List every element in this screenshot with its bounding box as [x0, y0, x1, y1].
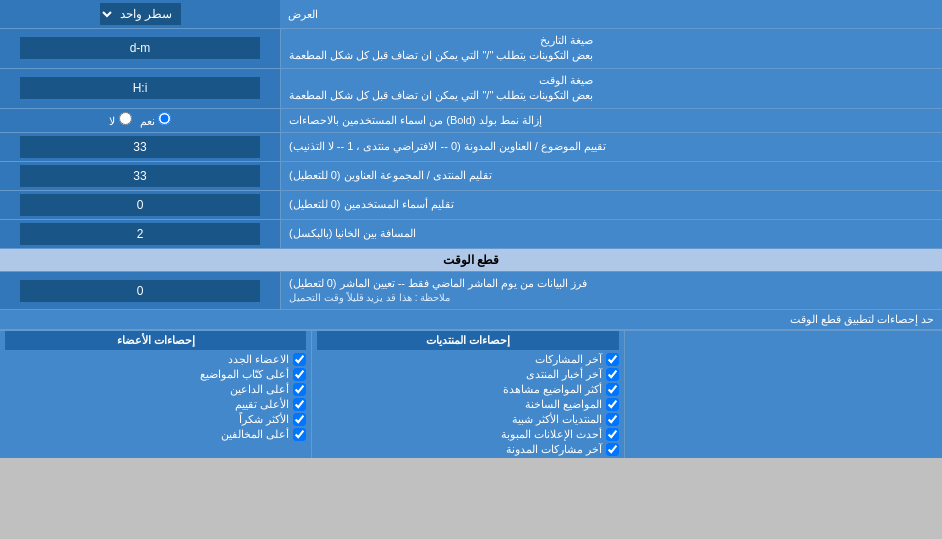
date-format-input[interactable]: [20, 37, 260, 59]
radio-yes-label: نعم: [140, 112, 171, 128]
cutoff-input[interactable]: [20, 280, 260, 302]
spacing-label: المسافة بين الخانيا (بالبكسل): [280, 220, 942, 248]
col1-check-0[interactable]: [293, 353, 306, 366]
user-order-input-cell: [0, 191, 280, 219]
col1-checkbox-item-0: الاعضاء الجدد: [5, 353, 306, 366]
col2-checkbox-item-4: المنتديات الأكثر شبية: [317, 413, 618, 426]
time-format-input[interactable]: [20, 77, 260, 99]
col1-checkbox-item-4: الأكثر شكراً: [5, 413, 306, 426]
limit-label: حد إحصاءات لتطبيق قطع الوقت: [0, 310, 942, 330]
radio-no[interactable]: [119, 112, 132, 125]
date-format-input-cell: [0, 29, 280, 68]
col1-check-2[interactable]: [293, 383, 306, 396]
col1-check-1[interactable]: [293, 368, 306, 381]
time-format-input-cell: [0, 69, 280, 108]
col1-check-3[interactable]: [293, 398, 306, 411]
topic-order-input[interactable]: [20, 136, 260, 158]
col1-checkbox-item-5: أعلى المخالفين: [5, 428, 306, 441]
col1-check-5[interactable]: [293, 428, 306, 441]
col2-checkbox-item-3: المواضيع الساخنة: [317, 398, 618, 411]
col2-checkbox-item-6: آخر مشاركات المدونة: [317, 443, 618, 456]
col1-header: إحصاءات الأعضاء: [5, 331, 306, 350]
col2-check-0[interactable]: [606, 353, 619, 366]
col2-check-6[interactable]: [606, 443, 619, 456]
cutoff-section-header: قطع الوقت: [0, 249, 942, 272]
bold-remove-label: إزالة نمط بولد (Bold) من اسماء المستخدمي…: [280, 109, 942, 132]
forum-order-input[interactable]: [20, 165, 260, 187]
col1-checkbox-item-1: أعلى كتّاب المواضيع: [5, 368, 306, 381]
topic-order-input-cell: [0, 133, 280, 161]
col1-checkbox-item-3: الأعلى تقييم: [5, 398, 306, 411]
col2-checkbox-item-2: أكثر المواضيع مشاهدة: [317, 383, 618, 396]
display-select[interactable]: سطر واحد سطران ثلاثة أسطر: [100, 3, 181, 25]
user-order-label: تقليم أسماء المستخدمين (0 للتعطيل): [280, 191, 942, 219]
time-format-label: صيغة الوقت بعض التكوينات يتطلب "/" التي …: [280, 69, 942, 108]
topic-order-label: تقييم الموضوع / العناوين المدونة (0 -- ا…: [280, 133, 942, 161]
col1-checkbox-item-2: أعلى الداعين: [5, 383, 306, 396]
col2-header: إحصاءات المنتديات: [317, 331, 618, 350]
col2-check-1[interactable]: [606, 368, 619, 381]
cutoff-row-label: فرز البيانات من يوم الماشر الماضي فقط --…: [280, 272, 942, 309]
radio-yes[interactable]: [158, 112, 171, 125]
col2-check-4[interactable]: [606, 413, 619, 426]
col2-check-3[interactable]: [606, 398, 619, 411]
col2-check-5[interactable]: [606, 428, 619, 441]
display-select-cell: سطر واحد سطران ثلاثة أسطر: [0, 0, 280, 28]
user-order-input[interactable]: [20, 194, 260, 216]
bold-remove-radio-cell: نعم لا: [0, 109, 280, 132]
cutoff-input-cell: [0, 272, 280, 309]
col2-checkbox-item-1: آخر أخبار المنتدى: [317, 368, 618, 381]
col2-checkbox-item-5: أحدث الإعلانات المبوبة: [317, 428, 618, 441]
spacing-input-cell: [0, 220, 280, 248]
section-label: العرض: [280, 0, 942, 28]
radio-no-label: لا: [109, 112, 131, 128]
spacing-input[interactable]: [20, 223, 260, 245]
col2-checkbox-item-0: آخر المشاركات: [317, 353, 618, 366]
col1-check-4[interactable]: [293, 413, 306, 426]
forum-order-label: تقليم المنتدى / المجموعة العناوين (0 للت…: [280, 162, 942, 190]
forum-order-input-cell: [0, 162, 280, 190]
col2-check-2[interactable]: [606, 383, 619, 396]
date-format-label: صيغة التاريخ بعض التكوينات يتطلب "/" الت…: [280, 29, 942, 68]
